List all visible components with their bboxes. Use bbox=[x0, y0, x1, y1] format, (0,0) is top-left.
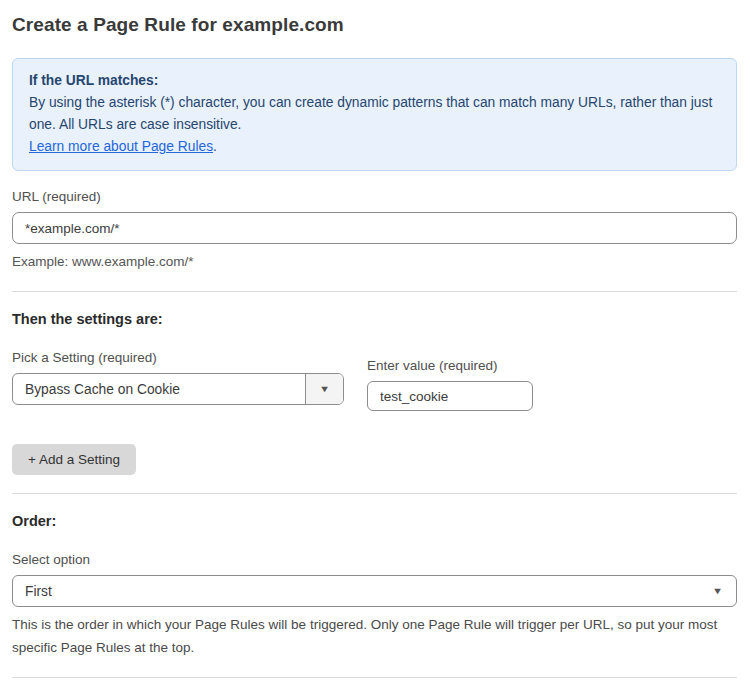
url-example-text: Example: www.example.com/* bbox=[12, 251, 737, 273]
setting-select-value: Bypass Cache on Cookie bbox=[13, 374, 305, 404]
setting-select-arrow-button[interactable]: ▼ bbox=[305, 374, 343, 404]
settings-row: Pick a Setting (required) Bypass Cache o… bbox=[12, 350, 737, 411]
divider bbox=[12, 677, 737, 678]
setting-select[interactable]: Bypass Cache on Cookie ▼ bbox=[12, 373, 344, 405]
create-page-rule-form: Create a Page Rule for example.com If th… bbox=[0, 0, 750, 688]
order-select-value: First bbox=[25, 584, 52, 599]
order-select-label: Select option bbox=[12, 552, 737, 567]
chevron-down-icon: ▼ bbox=[319, 385, 330, 394]
page-title: Create a Page Rule for example.com bbox=[12, 14, 737, 36]
info-box-heading: If the URL matches: bbox=[29, 70, 720, 92]
link-period: . bbox=[213, 139, 217, 154]
setting-value-input[interactable] bbox=[367, 381, 533, 411]
url-field-label: URL (required) bbox=[12, 189, 737, 204]
add-setting-button[interactable]: + Add a Setting bbox=[12, 444, 136, 475]
setting-picker-label: Pick a Setting (required) bbox=[12, 350, 344, 365]
setting-value-label: Enter value (required) bbox=[367, 358, 533, 373]
learn-more-link[interactable]: Learn more about Page Rules bbox=[29, 139, 213, 154]
setting-picker-column: Pick a Setting (required) Bypass Cache o… bbox=[12, 350, 344, 405]
divider bbox=[12, 493, 737, 494]
url-matches-info-box: If the URL matches: By using the asteris… bbox=[12, 58, 737, 171]
order-help-text: This is the order in which your Page Rul… bbox=[12, 613, 737, 659]
order-select[interactable]: First ▼ bbox=[12, 575, 737, 607]
info-box-body-text: By using the asterisk (*) character, you… bbox=[29, 95, 712, 132]
divider bbox=[12, 291, 737, 292]
info-box-link-line: Learn more about Page Rules. bbox=[29, 136, 720, 158]
info-box-body: By using the asterisk (*) character, you… bbox=[29, 92, 720, 136]
chevron-down-icon: ▼ bbox=[712, 587, 723, 596]
settings-section-heading: Then the settings are: bbox=[12, 311, 737, 327]
url-input[interactable] bbox=[12, 212, 737, 244]
order-section-heading: Order: bbox=[12, 513, 737, 529]
setting-value-column: Enter value (required) bbox=[367, 350, 533, 411]
